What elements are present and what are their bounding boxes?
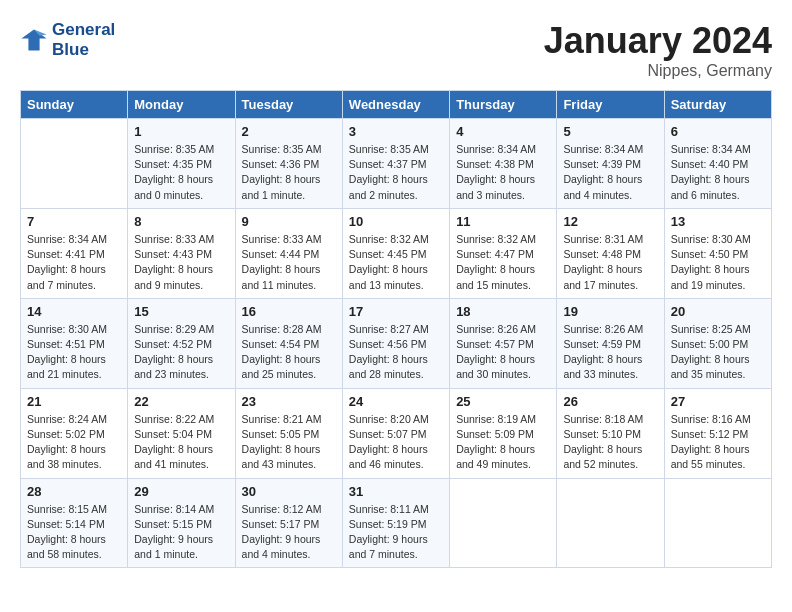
calendar-cell: 5Sunrise: 8:34 AM Sunset: 4:39 PM Daylig… (557, 119, 664, 209)
day-number: 29 (134, 484, 228, 499)
week-row-3: 14Sunrise: 8:30 AM Sunset: 4:51 PM Dayli… (21, 298, 772, 388)
day-info: Sunrise: 8:12 AM Sunset: 5:17 PM Dayligh… (242, 502, 336, 563)
day-info: Sunrise: 8:34 AM Sunset: 4:40 PM Dayligh… (671, 142, 765, 203)
day-info: Sunrise: 8:11 AM Sunset: 5:19 PM Dayligh… (349, 502, 443, 563)
day-info: Sunrise: 8:14 AM Sunset: 5:15 PM Dayligh… (134, 502, 228, 563)
calendar-cell: 16Sunrise: 8:28 AM Sunset: 4:54 PM Dayli… (235, 298, 342, 388)
calendar-cell: 31Sunrise: 8:11 AM Sunset: 5:19 PM Dayli… (342, 478, 449, 568)
day-info: Sunrise: 8:15 AM Sunset: 5:14 PM Dayligh… (27, 502, 121, 563)
day-number: 18 (456, 304, 550, 319)
day-info: Sunrise: 8:30 AM Sunset: 4:50 PM Dayligh… (671, 232, 765, 293)
day-number: 3 (349, 124, 443, 139)
day-number: 23 (242, 394, 336, 409)
calendar-cell: 21Sunrise: 8:24 AM Sunset: 5:02 PM Dayli… (21, 388, 128, 478)
day-info: Sunrise: 8:35 AM Sunset: 4:36 PM Dayligh… (242, 142, 336, 203)
day-number: 2 (242, 124, 336, 139)
calendar-cell: 13Sunrise: 8:30 AM Sunset: 4:50 PM Dayli… (664, 208, 771, 298)
calendar-cell: 11Sunrise: 8:32 AM Sunset: 4:47 PM Dayli… (450, 208, 557, 298)
month-title: January 2024 (544, 20, 772, 62)
calendar-cell: 18Sunrise: 8:26 AM Sunset: 4:57 PM Dayli… (450, 298, 557, 388)
day-number: 30 (242, 484, 336, 499)
day-number: 25 (456, 394, 550, 409)
week-row-2: 7Sunrise: 8:34 AM Sunset: 4:41 PM Daylig… (21, 208, 772, 298)
day-info: Sunrise: 8:35 AM Sunset: 4:37 PM Dayligh… (349, 142, 443, 203)
day-info: Sunrise: 8:25 AM Sunset: 5:00 PM Dayligh… (671, 322, 765, 383)
day-info: Sunrise: 8:31 AM Sunset: 4:48 PM Dayligh… (563, 232, 657, 293)
day-number: 21 (27, 394, 121, 409)
day-info: Sunrise: 8:34 AM Sunset: 4:39 PM Dayligh… (563, 142, 657, 203)
day-number: 9 (242, 214, 336, 229)
day-number: 15 (134, 304, 228, 319)
day-number: 7 (27, 214, 121, 229)
day-number: 31 (349, 484, 443, 499)
calendar-cell (21, 119, 128, 209)
calendar-cell: 9Sunrise: 8:33 AM Sunset: 4:44 PM Daylig… (235, 208, 342, 298)
day-number: 20 (671, 304, 765, 319)
weekday-header-row: SundayMondayTuesdayWednesdayThursdayFrid… (21, 91, 772, 119)
calendar-cell: 25Sunrise: 8:19 AM Sunset: 5:09 PM Dayli… (450, 388, 557, 478)
day-info: Sunrise: 8:35 AM Sunset: 4:35 PM Dayligh… (134, 142, 228, 203)
calendar-cell (557, 478, 664, 568)
day-info: Sunrise: 8:34 AM Sunset: 4:41 PM Dayligh… (27, 232, 121, 293)
day-info: Sunrise: 8:20 AM Sunset: 5:07 PM Dayligh… (349, 412, 443, 473)
calendar-cell: 2Sunrise: 8:35 AM Sunset: 4:36 PM Daylig… (235, 119, 342, 209)
day-info: Sunrise: 8:26 AM Sunset: 4:57 PM Dayligh… (456, 322, 550, 383)
calendar-cell: 6Sunrise: 8:34 AM Sunset: 4:40 PM Daylig… (664, 119, 771, 209)
day-number: 4 (456, 124, 550, 139)
weekday-header-monday: Monday (128, 91, 235, 119)
weekday-header-tuesday: Tuesday (235, 91, 342, 119)
day-info: Sunrise: 8:33 AM Sunset: 4:44 PM Dayligh… (242, 232, 336, 293)
calendar-cell: 1Sunrise: 8:35 AM Sunset: 4:35 PM Daylig… (128, 119, 235, 209)
day-info: Sunrise: 8:29 AM Sunset: 4:52 PM Dayligh… (134, 322, 228, 383)
calendar-cell: 23Sunrise: 8:21 AM Sunset: 5:05 PM Dayli… (235, 388, 342, 478)
calendar-table: SundayMondayTuesdayWednesdayThursdayFrid… (20, 90, 772, 568)
calendar-cell: 7Sunrise: 8:34 AM Sunset: 4:41 PM Daylig… (21, 208, 128, 298)
day-info: Sunrise: 8:27 AM Sunset: 4:56 PM Dayligh… (349, 322, 443, 383)
title-block: January 2024 Nippes, Germany (544, 20, 772, 80)
day-info: Sunrise: 8:30 AM Sunset: 4:51 PM Dayligh… (27, 322, 121, 383)
day-info: Sunrise: 8:34 AM Sunset: 4:38 PM Dayligh… (456, 142, 550, 203)
calendar-cell (450, 478, 557, 568)
day-number: 6 (671, 124, 765, 139)
weekday-header-saturday: Saturday (664, 91, 771, 119)
day-number: 24 (349, 394, 443, 409)
calendar-cell: 19Sunrise: 8:26 AM Sunset: 4:59 PM Dayli… (557, 298, 664, 388)
calendar-cell: 15Sunrise: 8:29 AM Sunset: 4:52 PM Dayli… (128, 298, 235, 388)
day-info: Sunrise: 8:19 AM Sunset: 5:09 PM Dayligh… (456, 412, 550, 473)
svg-marker-0 (21, 29, 46, 50)
day-info: Sunrise: 8:26 AM Sunset: 4:59 PM Dayligh… (563, 322, 657, 383)
day-info: Sunrise: 8:16 AM Sunset: 5:12 PM Dayligh… (671, 412, 765, 473)
calendar-cell: 26Sunrise: 8:18 AM Sunset: 5:10 PM Dayli… (557, 388, 664, 478)
day-number: 12 (563, 214, 657, 229)
weekday-header-friday: Friday (557, 91, 664, 119)
weekday-header-thursday: Thursday (450, 91, 557, 119)
day-number: 13 (671, 214, 765, 229)
calendar-cell: 14Sunrise: 8:30 AM Sunset: 4:51 PM Dayli… (21, 298, 128, 388)
calendar-cell: 8Sunrise: 8:33 AM Sunset: 4:43 PM Daylig… (128, 208, 235, 298)
day-number: 10 (349, 214, 443, 229)
calendar-cell: 17Sunrise: 8:27 AM Sunset: 4:56 PM Dayli… (342, 298, 449, 388)
calendar-cell: 12Sunrise: 8:31 AM Sunset: 4:48 PM Dayli… (557, 208, 664, 298)
week-row-5: 28Sunrise: 8:15 AM Sunset: 5:14 PM Dayli… (21, 478, 772, 568)
logo-text: General Blue (52, 20, 115, 59)
day-info: Sunrise: 8:33 AM Sunset: 4:43 PM Dayligh… (134, 232, 228, 293)
day-info: Sunrise: 8:24 AM Sunset: 5:02 PM Dayligh… (27, 412, 121, 473)
calendar-cell: 3Sunrise: 8:35 AM Sunset: 4:37 PM Daylig… (342, 119, 449, 209)
day-info: Sunrise: 8:18 AM Sunset: 5:10 PM Dayligh… (563, 412, 657, 473)
day-number: 16 (242, 304, 336, 319)
calendar-cell: 20Sunrise: 8:25 AM Sunset: 5:00 PM Dayli… (664, 298, 771, 388)
logo-icon (20, 26, 48, 54)
day-number: 19 (563, 304, 657, 319)
day-number: 1 (134, 124, 228, 139)
day-number: 11 (456, 214, 550, 229)
day-number: 17 (349, 304, 443, 319)
day-info: Sunrise: 8:32 AM Sunset: 4:47 PM Dayligh… (456, 232, 550, 293)
weekday-header-wednesday: Wednesday (342, 91, 449, 119)
calendar-cell: 24Sunrise: 8:20 AM Sunset: 5:07 PM Dayli… (342, 388, 449, 478)
calendar-cell: 22Sunrise: 8:22 AM Sunset: 5:04 PM Dayli… (128, 388, 235, 478)
calendar-cell (664, 478, 771, 568)
day-number: 22 (134, 394, 228, 409)
day-info: Sunrise: 8:21 AM Sunset: 5:05 PM Dayligh… (242, 412, 336, 473)
day-number: 5 (563, 124, 657, 139)
day-number: 28 (27, 484, 121, 499)
